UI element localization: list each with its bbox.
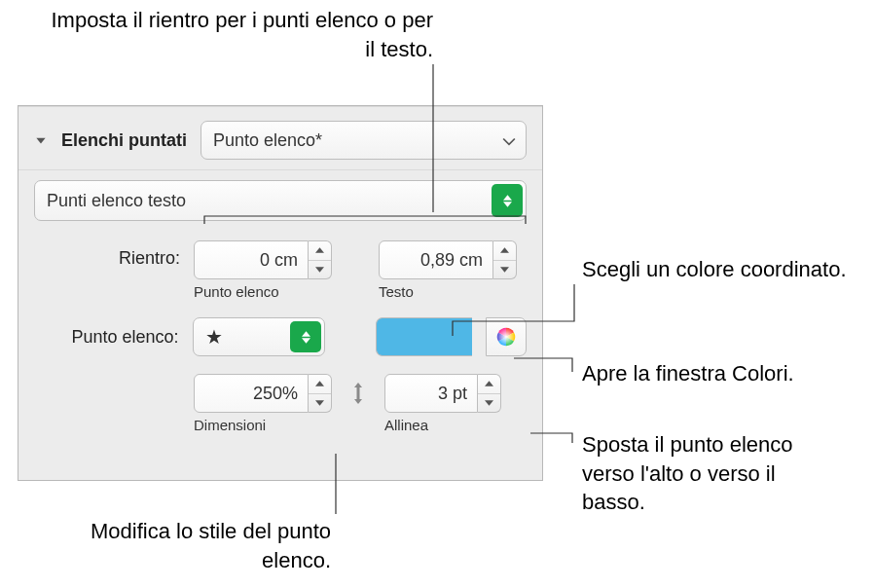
bullet-type-popup[interactable]: Punti elenco testo xyxy=(34,180,527,221)
svg-rect-1 xyxy=(357,387,360,399)
section-header: Elenchi puntati Punto elenco* xyxy=(18,106,542,170)
list-style-value: Punto elenco* xyxy=(213,130,322,151)
star-icon: ★ xyxy=(205,325,223,349)
align-input[interactable] xyxy=(384,374,478,413)
bullet-glyph-popup[interactable]: ★ xyxy=(193,317,326,356)
stepper-arrows[interactable] xyxy=(478,374,501,413)
stepper-arrows[interactable] xyxy=(309,240,332,279)
bullets-panel: Elenchi puntati Punto elenco* Punti elen… xyxy=(18,105,543,481)
size-align-row: Dimensioni xyxy=(34,374,527,433)
callout-color-wheel: Apre la finestra Colori. xyxy=(582,359,874,388)
step-up-button[interactable] xyxy=(309,241,331,260)
bullet-character-row: Punto elenco: ★ xyxy=(34,317,527,356)
chevron-down-icon xyxy=(502,133,516,147)
step-up-button[interactable] xyxy=(493,241,516,260)
callout-size: Modifica lo stile del punto elenco. xyxy=(58,517,331,574)
callout-indent: Imposta il rientro per i punti elenco o … xyxy=(49,6,433,63)
text-indent-stepper[interactable] xyxy=(379,240,517,279)
popup-stepper-icon xyxy=(290,321,321,352)
step-up-button[interactable] xyxy=(309,375,331,393)
size-caption: Dimensioni xyxy=(194,417,266,433)
callout-align: Sposta il punto elenco verso l'alto o ve… xyxy=(582,430,835,517)
list-style-popup[interactable]: Punto elenco* xyxy=(201,121,527,160)
popup-stepper-icon xyxy=(492,184,523,217)
indent-row: Rientro: Punto elenco xyxy=(34,240,527,300)
color-wheel-button[interactable] xyxy=(486,317,527,356)
indent-label: Rientro: xyxy=(34,240,180,269)
stepper-arrows[interactable] xyxy=(309,374,332,413)
text-indent-caption: Testo xyxy=(379,283,414,300)
size-stepper[interactable] xyxy=(194,374,332,413)
color-swatch[interactable] xyxy=(376,317,472,356)
step-down-button[interactable] xyxy=(309,260,331,279)
color-wheel-icon xyxy=(495,326,517,348)
bullet-indent-input[interactable] xyxy=(194,240,309,279)
bullet-indent-caption: Punto elenco xyxy=(194,283,279,300)
step-up-button[interactable] xyxy=(478,375,500,393)
align-caption: Allinea xyxy=(384,417,428,433)
bullet-type-value: Punti elenco testo xyxy=(47,191,186,211)
align-stepper[interactable] xyxy=(384,374,501,413)
baseline-align-icon xyxy=(347,374,369,413)
size-input[interactable] xyxy=(194,374,309,413)
step-down-button[interactable] xyxy=(309,393,331,413)
bullet-indent-stepper[interactable] xyxy=(194,240,332,279)
step-down-button[interactable] xyxy=(493,260,516,279)
stepper-arrows[interactable] xyxy=(493,240,517,279)
disclosure-triangle[interactable] xyxy=(34,133,48,147)
callout-color-swatch: Scegli un colore coordinato. xyxy=(582,255,855,284)
step-down-button[interactable] xyxy=(478,393,500,413)
section-title: Elenchi puntati xyxy=(61,130,187,151)
bullet-label: Punto elenco: xyxy=(34,327,179,348)
svg-point-0 xyxy=(497,328,515,346)
text-indent-input[interactable] xyxy=(379,240,493,279)
